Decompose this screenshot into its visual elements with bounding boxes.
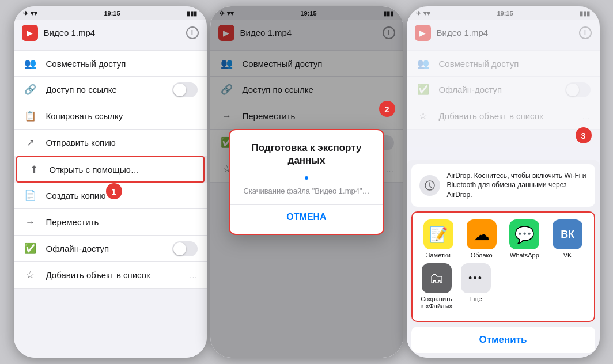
menu-item-move[interactable]: → Переместить xyxy=(14,209,207,236)
copy-icon: 📋 xyxy=(23,109,38,124)
more-app-label: Еще xyxy=(469,295,482,302)
step-badge-2: 2 xyxy=(379,101,395,117)
share-sheet: AirDrop. Коснитесь, чтобы включить Wi-Fi… xyxy=(407,160,600,358)
link-access-label: Доступ по ссылке xyxy=(46,85,164,94)
files-app-label: Сохранить в «Файлы» xyxy=(419,295,454,309)
airplane-icon-3: ✈ xyxy=(416,10,421,17)
menu-list-1: 👥 Совместный доступ 🔗 Доступ по ссылке 📋… xyxy=(14,46,207,358)
menu-item-send-copy[interactable]: ↗ Отправить копию xyxy=(14,130,207,156)
offline-icon: ✅ xyxy=(23,241,38,256)
step-badge-3: 3 xyxy=(576,127,592,143)
share-app-files[interactable]: 🗂 Сохранить в «Файлы» xyxy=(419,263,454,309)
airdrop-row[interactable]: AirDrop. Коснитесь, чтобы включить Wi-Fi… xyxy=(411,164,595,207)
oblako-app-label: Облако xyxy=(471,252,493,259)
share-apps-row-top: 📝 Заметки ☁ Облако 💬 WhatsApp ВК VK xyxy=(417,219,589,259)
info-button-3[interactable]: i xyxy=(579,26,592,39)
open-with-icon: ⬆ xyxy=(27,162,41,177)
menu-item-copy-link[interactable]: 📋 Копировать ссылку xyxy=(14,103,207,130)
modal-title: Подготовка к экспорту данных xyxy=(241,142,372,167)
wifi-icon-3: ▾▾ xyxy=(423,10,430,17)
link-icon: 🔗 xyxy=(23,82,38,97)
menu-item-offline[interactable]: ✅ Офлайн-доступ xyxy=(14,236,207,262)
battery-icon-1: ▮▮▮ xyxy=(187,10,197,17)
menu-item-offline-3: ✅ Офлайн-доступ xyxy=(407,77,600,103)
vk-app-icon: ВК xyxy=(553,219,582,249)
time-display-1: 19:15 xyxy=(104,10,120,17)
header-bar-1: ▶ Видео 1.mp4 i xyxy=(14,20,207,46)
modal-cancel-button[interactable]: ОТМЕНА xyxy=(241,212,372,222)
modal-overlay: Подготовка к экспорту данных Скачивание … xyxy=(210,6,403,358)
send-icon: ↗ xyxy=(23,135,38,150)
copy-link-label: Копировать ссылку xyxy=(46,111,198,121)
share-app-more[interactable]: ••• Еще xyxy=(459,263,493,309)
share-apps-section: 📝 Заметки ☁ Облако 💬 WhatsApp ВК VK xyxy=(411,211,595,322)
file-icon-1: ▶ xyxy=(22,25,38,41)
progress-indicator xyxy=(305,176,308,180)
files-app-icon: 🗂 xyxy=(422,263,452,293)
add-to-list-label: Добавить объект в список xyxy=(46,270,181,280)
battery-icon-3: ▮▮▮ xyxy=(580,10,590,17)
modal-box: Подготовка к экспорту данных Скачивание … xyxy=(229,129,384,235)
menu-item-share-3: 👥 Совместный доступ xyxy=(407,50,600,77)
airdrop-description: AirDrop. Коснитесь, чтобы включить Wi-Fi… xyxy=(447,171,587,200)
airdrop-icon xyxy=(419,175,440,196)
oblako-app-icon: ☁ xyxy=(467,219,497,249)
vk-app-label: VK xyxy=(563,252,572,259)
menu-item-link-access[interactable]: 🔗 Доступ по ссылке xyxy=(14,77,207,103)
share-cancel-button[interactable]: Отменить xyxy=(411,327,595,353)
menu-item-open-with[interactable]: ⬆ Открыть с помощью… xyxy=(16,156,205,183)
more-app-icon: ••• xyxy=(461,263,491,293)
notes-app-icon: 📝 xyxy=(423,219,453,249)
file-icon-3: ▶ xyxy=(415,25,431,41)
link-toggle[interactable] xyxy=(172,82,198,97)
share-app-oblako[interactable]: ☁ Облако xyxy=(464,219,499,259)
step-badge-1: 1 xyxy=(106,183,122,199)
status-bar-1: ✈ ▾▾ 19:15 ▮▮▮ xyxy=(14,6,207,20)
time-display-3: 19:15 xyxy=(497,10,513,17)
header-title-1: Видео 1.mp4 xyxy=(44,28,180,37)
menu-item-add-to-list-3: ☆ Добавить объект в список … xyxy=(407,103,600,130)
open-with-label: Открыть с помощью… xyxy=(50,165,194,175)
move-label: Переместить xyxy=(46,217,198,227)
header-bar-3: ▶ Видео 1.mp4 i xyxy=(407,20,600,46)
share-icon: 👥 xyxy=(23,56,38,71)
move-icon: → xyxy=(23,215,38,230)
phone-frame-3: ✈ ▾▾ 19:15 ▮▮▮ ▶ Видео 1.mp4 i 👥 Совмест… xyxy=(407,6,600,358)
status-bar-3: ✈ ▾▾ 19:15 ▮▮▮ xyxy=(407,6,600,20)
offline-label: Офлайн-доступ xyxy=(46,244,164,253)
share-app-notes[interactable]: 📝 Заметки xyxy=(421,219,456,259)
create-copy-icon: 📄 xyxy=(23,188,38,203)
whatsapp-app-icon: 💬 xyxy=(509,219,539,249)
share-app-whatsapp[interactable]: 💬 WhatsApp xyxy=(507,219,542,259)
menu-item-share[interactable]: 👥 Совместный доступ xyxy=(14,50,207,77)
modal-subtitle: Скачивание файла "Видео 1.mp4"… xyxy=(241,187,372,195)
wifi-icon: ▾▾ xyxy=(31,10,37,17)
notes-app-label: Заметки xyxy=(426,252,451,259)
info-button-1[interactable]: i xyxy=(186,26,199,39)
header-title-3: Видео 1.mp4 xyxy=(437,28,573,37)
modal-divider xyxy=(230,204,383,205)
phone-frame-1: ✈ ▾▾ 19:15 ▮▮▮ ▶ Видео 1.mp4 i 👥 Совмест… xyxy=(14,6,207,358)
menu-item-add-to-list[interactable]: ☆ Добавить объект в список … xyxy=(14,262,207,289)
offline-toggle[interactable] xyxy=(172,241,198,256)
chevron-right-icon: … xyxy=(190,271,198,280)
airplane-icon: ✈ xyxy=(23,10,28,17)
share-apps-row-bottom: 🗂 Сохранить в «Файлы» ••• Еще xyxy=(417,263,589,309)
share-app-vk[interactable]: ВК VK xyxy=(550,219,585,259)
phone-frame-2: ✈ ▾▾ 19:15 ▮▮▮ ▶ Видео 1.mp4 i 👥 Совмест… xyxy=(210,6,403,358)
whatsapp-app-label: WhatsApp xyxy=(510,252,539,259)
send-copy-label: Отправить копию xyxy=(46,138,198,147)
star-icon: ☆ xyxy=(23,268,38,283)
share-label: Совместный доступ xyxy=(46,59,198,69)
